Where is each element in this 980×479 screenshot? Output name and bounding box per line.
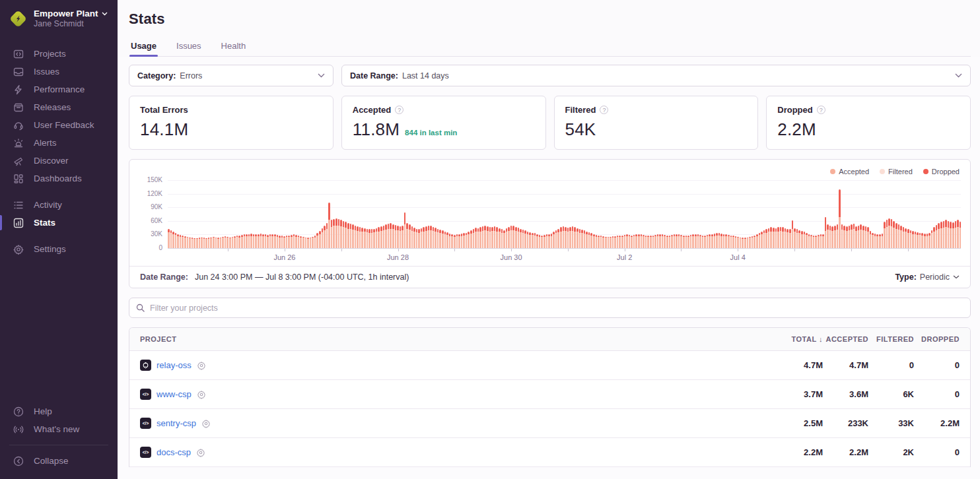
chart-bar[interactable] [546, 234, 548, 248]
project-settings-button[interactable] [197, 361, 206, 370]
project-settings-button[interactable] [196, 448, 205, 457]
chart-bar[interactable] [737, 237, 739, 248]
chart-bar[interactable] [806, 233, 808, 248]
chart-bar[interactable] [390, 223, 392, 248]
chart-bar[interactable] [671, 235, 673, 248]
sidebar-item-help[interactable]: Help [0, 402, 118, 420]
chart-bar[interactable] [539, 235, 541, 248]
chart-bar[interactable] [184, 236, 186, 248]
chart-bar[interactable] [461, 234, 463, 248]
chart-bar[interactable] [645, 236, 647, 248]
chart-bar[interactable] [512, 226, 514, 248]
chart-bar[interactable] [307, 238, 309, 248]
chart-bar[interactable] [423, 227, 425, 248]
chart-bar[interactable] [208, 238, 210, 248]
chart-bar[interactable] [919, 233, 921, 248]
chart-bar[interactable] [338, 219, 340, 248]
chart-bar[interactable] [494, 226, 496, 248]
date-range-dropdown[interactable]: Date Range: Last 14 days [341, 65, 971, 86]
chart-bar[interactable] [536, 234, 538, 248]
chart-bar[interactable] [172, 232, 174, 248]
chart-bar[interactable] [810, 235, 812, 248]
chart-bar[interactable] [395, 225, 397, 248]
chart-bar[interactable] [201, 238, 203, 248]
chart-bar[interactable] [782, 227, 784, 248]
chart-bar[interactable] [633, 235, 635, 248]
chart-bar[interactable] [837, 224, 839, 248]
chart-bar[interactable] [449, 234, 451, 248]
chart-bar[interactable] [227, 237, 228, 248]
chart-bar[interactable] [314, 236, 316, 248]
sidebar-item-discover[interactable]: Discover [0, 152, 118, 170]
project-settings-button[interactable] [201, 419, 211, 428]
chart-bar[interactable] [225, 236, 227, 248]
chart-bar[interactable] [674, 234, 676, 248]
chart-bar[interactable] [274, 234, 276, 248]
chart-bar[interactable] [343, 221, 345, 248]
chart-bar[interactable] [756, 234, 758, 248]
sidebar-item-alerts[interactable]: Alerts [0, 134, 118, 152]
chart-bar[interactable] [222, 237, 224, 248]
chart-bar[interactable] [205, 238, 207, 248]
chart-bar[interactable] [818, 235, 820, 248]
chart-bar[interactable] [520, 229, 522, 249]
chart-bar[interactable] [586, 232, 588, 248]
chart-bar[interactable] [510, 226, 512, 248]
column-filtered[interactable]: FILTERED [868, 328, 914, 351]
chart-bar[interactable] [371, 229, 373, 248]
chart-bar[interactable] [402, 226, 403, 248]
chart-bar[interactable] [298, 236, 300, 248]
chart-bar[interactable] [234, 236, 236, 248]
chart-bar[interactable] [534, 233, 536, 248]
chart-bar[interactable] [373, 229, 375, 249]
chart-bar[interactable] [246, 234, 248, 248]
chart-bar[interactable] [196, 238, 198, 248]
chart-bar[interactable] [846, 226, 848, 248]
chart-bar[interactable] [458, 234, 460, 248]
chart-bar[interactable] [524, 230, 526, 248]
chart-bar[interactable] [801, 231, 803, 248]
chart-bar[interactable] [543, 235, 545, 248]
help-icon[interactable]: ? [600, 106, 608, 114]
legend-item-filtered[interactable]: Filtered [880, 168, 913, 176]
sidebar-item-releases[interactable]: Releases [0, 98, 118, 116]
chart-bar[interactable] [702, 236, 704, 248]
chart-bar[interactable] [376, 228, 378, 248]
chart-bar[interactable] [872, 233, 874, 248]
chart-bar[interactable] [841, 224, 843, 248]
chart-bar[interactable] [927, 234, 928, 248]
chart-bar[interactable] [608, 237, 610, 248]
chart-bar[interactable] [945, 220, 947, 248]
column-dropped[interactable]: DROPPED [914, 328, 970, 351]
sidebar-item-settings[interactable]: Settings [0, 240, 118, 258]
chart-bar[interactable] [288, 236, 290, 248]
chart-bar[interactable] [652, 236, 654, 248]
chart-bar[interactable] [796, 229, 798, 248]
chart-bar[interactable] [397, 226, 399, 248]
chart-bar[interactable] [865, 226, 867, 248]
chart-bar[interactable] [624, 235, 626, 248]
sidebar-item-user-feedback[interactable]: User Feedback [0, 116, 118, 134]
chart-bar[interactable] [454, 235, 456, 248]
chart-bar[interactable] [921, 233, 923, 248]
help-icon[interactable]: ? [395, 106, 403, 114]
chart-bar[interactable] [406, 223, 408, 248]
chart-bar[interactable] [503, 230, 505, 248]
chart-bar[interactable] [752, 236, 753, 248]
chart-bar[interactable] [862, 226, 864, 248]
chart-bar[interactable] [418, 229, 420, 248]
chart-bar[interactable] [917, 232, 919, 248]
chart-bar[interactable] [631, 236, 633, 248]
chart-bar[interactable] [678, 234, 680, 248]
chart-bar[interactable] [491, 227, 493, 248]
chart-bar[interactable] [697, 234, 699, 248]
chart-bar[interactable] [718, 233, 720, 248]
chart-bar[interactable] [858, 226, 860, 248]
chart-bar[interactable] [352, 224, 354, 248]
chart-bar[interactable] [687, 236, 689, 248]
chart-bar[interactable] [192, 238, 193, 248]
sidebar-item-dashboards[interactable]: Dashboards [0, 170, 118, 187]
chart-bar[interactable] [598, 236, 600, 248]
chart-bar[interactable] [952, 222, 954, 248]
chart-bar[interactable] [182, 236, 184, 248]
